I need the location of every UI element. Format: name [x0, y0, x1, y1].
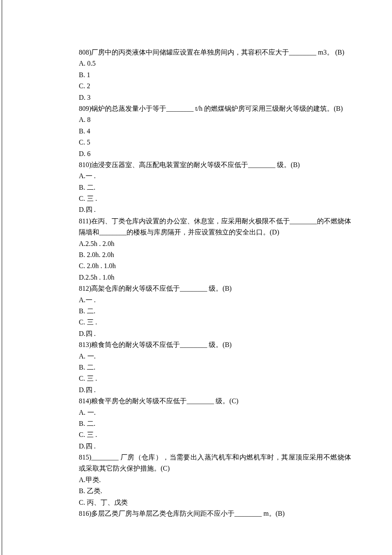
- question-option: B. 4: [79, 126, 351, 137]
- question-stem: 813)粮食筒仓的耐火等级不应低于________ 级。(B): [79, 339, 351, 350]
- question-stem: 810)油浸变压器室、高压配电装置室的耐火等级不应低于________ 级。(B…: [79, 159, 351, 171]
- question-option: D.四 .: [79, 384, 351, 396]
- question-option: C. 三 .: [79, 193, 351, 204]
- question-option: A. 8: [79, 114, 351, 125]
- question-option: B. 1: [79, 69, 351, 81]
- question-option: A. 0.5: [79, 58, 351, 69]
- question-option: D.四 .: [79, 441, 351, 452]
- question-option: A. 一.: [79, 407, 351, 418]
- question-option: D.四 .: [79, 204, 351, 215]
- question-stem: 815)________ 厂房（仓库），当需要出入蒸汽机车和内燃机车时，其屋顶应…: [79, 452, 351, 474]
- question-stem: 808)厂房中的丙类液体中间储罐应设置在单独房间内，其容积不应大于_______…: [79, 47, 351, 58]
- question-option: A.一 .: [79, 295, 351, 306]
- question-stem: 809)锅炉的总蒸发量小于等于________ t/h 的燃煤锅炉房可采用三级耐…: [79, 103, 351, 114]
- question-option: A.2.5h . 2.0h: [79, 238, 351, 249]
- question-option: A.甲类.: [79, 474, 351, 486]
- question-option: C. 丙、丁、戊类: [79, 497, 351, 508]
- question-option: C. 三 .: [79, 373, 351, 384]
- question-stem: 812)高架仓库的耐火等级不应低于________ 级。(B): [79, 283, 351, 294]
- question-option: D. 6: [79, 148, 351, 159]
- question-stem: 816)多层乙类厂房与单层乙类仓库防火间距不应小于________ m。(B): [79, 508, 351, 519]
- question-option: B. 二.: [79, 418, 351, 429]
- question-option: A.一 .: [79, 171, 351, 182]
- question-option: B. 2.0h. 2.0h: [79, 249, 351, 260]
- question-option: B. 二.: [79, 306, 351, 317]
- question-option: B. 二.: [79, 362, 351, 373]
- question-option: B. 乙类.: [79, 486, 351, 497]
- question-option: C. 2.0h . 1.0h: [79, 260, 351, 272]
- question-option: D.四 .: [79, 328, 351, 339]
- question-option: C. 三 .: [79, 317, 351, 328]
- question-stem: 814)粮食平房仓的耐火等级不应低于________ 级。(C): [79, 396, 351, 407]
- question-option: C. 2: [79, 81, 351, 92]
- question-option: B. 二.: [79, 182, 351, 193]
- question-option: A. 一.: [79, 351, 351, 362]
- question-option: C. 5: [79, 137, 351, 148]
- question-option: D.2.5h . 1.0h: [79, 272, 351, 283]
- question-option: D. 3: [79, 92, 351, 103]
- question-stem: 811)在丙、丁类仓库内设置的办公室、休息室，应采用耐火极限不低于_______…: [79, 216, 351, 238]
- document-page: 808)厂房中的丙类液体中间储罐应设置在单独房间内，其容积不应大于_______…: [2, 0, 392, 555]
- question-option: C. 三 .: [79, 429, 351, 440]
